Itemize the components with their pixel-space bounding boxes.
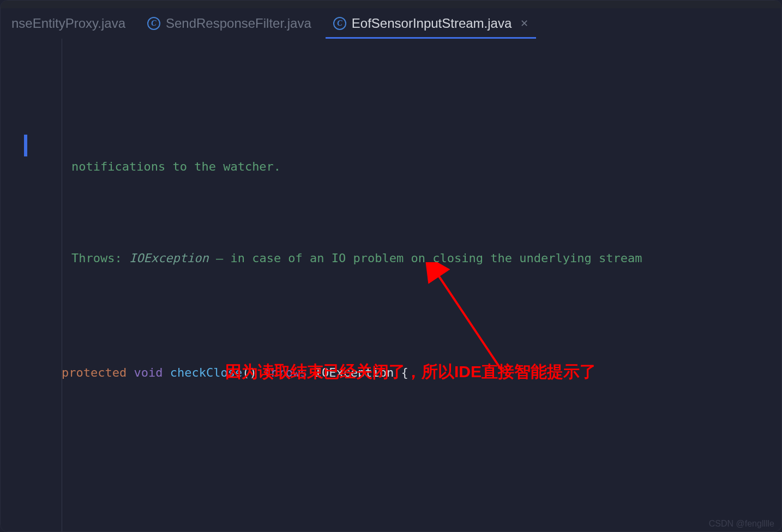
tab-label: SendResponseFilter.java [166, 16, 311, 31]
svg-line-1 [437, 273, 502, 371]
tab-label: EofSensorInputStream.java [352, 16, 512, 31]
editor-area: notifications to the watcher. Throws: IO… [1, 39, 781, 531]
blank-line [28, 476, 781, 499]
tab-eof-sensor-input-stream[interactable]: C EofSensorInputStream.java ✕ [322, 8, 540, 39]
doc-line: notifications to the watcher. [28, 155, 781, 178]
close-icon[interactable]: ✕ [520, 17, 528, 29]
gutter [1, 39, 28, 531]
tab-label: nseEntityProxy.java [11, 16, 125, 31]
java-class-icon: C [147, 17, 160, 30]
doc-throws-line: Throws: IOException – in case of an IO p… [28, 247, 781, 270]
annotation-text: 因为读取结束已经关闭了，所以IDE直接智能提示了 [225, 360, 596, 383]
ide-window: nseEntityProxy.java C SendResponseFilter… [0, 0, 782, 532]
code-area[interactable]: notifications to the watcher. Throws: IO… [28, 39, 781, 531]
tab-bar: nseEntityProxy.java C SendResponseFilter… [1, 8, 781, 39]
tab-send-response-filter[interactable]: C SendResponseFilter.java [136, 8, 322, 39]
breakpoint-indicator[interactable] [24, 135, 27, 156]
window-topbar [1, 1, 781, 8]
tab-entity-proxy[interactable]: nseEntityProxy.java [1, 8, 136, 39]
watermark: CSDN @fenglllle [709, 519, 774, 529]
java-class-icon: C [333, 17, 346, 30]
